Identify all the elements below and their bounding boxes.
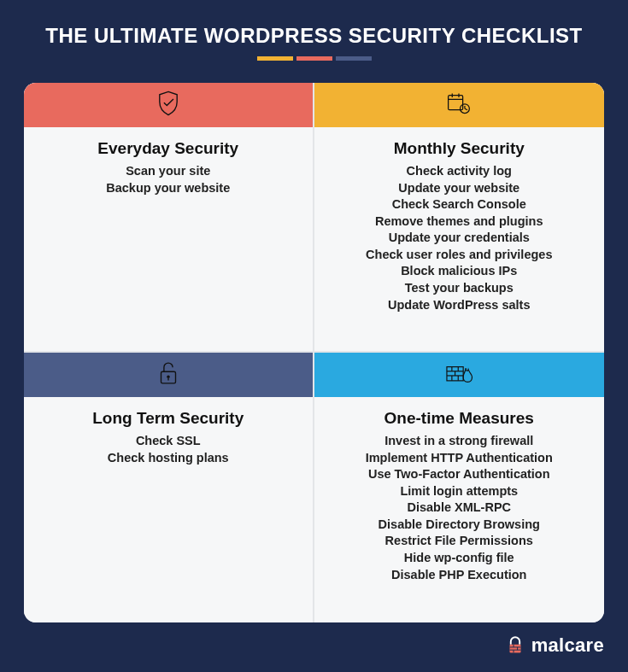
card-long-term-security: Long Term Security Check SSL Check hosti… <box>24 353 314 622</box>
card-header <box>314 353 605 397</box>
card-title: One-time Measures <box>325 409 595 428</box>
list-item: Invest in a strong firewall <box>325 433 595 450</box>
list-item: Disable PHP Execution <box>325 567 595 584</box>
list-item: Check SSL <box>34 433 302 450</box>
list-item: Update WordPress salts <box>325 297 595 314</box>
list-item: Disable XML-RPC <box>325 500 595 517</box>
unlock-icon <box>154 359 183 391</box>
card-monthly-security: Monthly Security Check activity log Upda… <box>314 83 605 353</box>
card-header <box>24 353 313 397</box>
card-everyday-security: Everyday Security Scan your site Backup … <box>24 83 314 353</box>
card-items: Check activity log Update your website C… <box>325 163 595 313</box>
card-one-time-measures: One-time Measures Invest in a strong fir… <box>314 353 605 622</box>
list-item: Check hosting plans <box>34 450 302 467</box>
card-items: Invest in a strong firewall Implement HT… <box>325 433 595 583</box>
list-item: Implement HTTP Authentication <box>325 450 595 467</box>
footer: malcare <box>24 634 604 657</box>
list-item: Test your backups <box>325 280 595 297</box>
card-title: Everyday Security <box>34 139 302 158</box>
list-item: Disable Directory Browsing <box>325 517 595 534</box>
firewall-icon <box>444 359 473 391</box>
list-item: Update your credentials <box>325 230 595 247</box>
svg-line-6 <box>465 108 467 110</box>
card-title: Long Term Security <box>34 409 302 428</box>
page-title: THE ULTIMATE WORDPRESS SECURITY CHECKLIS… <box>24 24 604 48</box>
shield-check-icon <box>154 89 183 121</box>
svg-point-8 <box>167 376 169 378</box>
brand-lock-icon <box>504 634 526 657</box>
list-item: Backup your website <box>34 180 302 197</box>
list-item: Check Search Console <box>325 196 595 213</box>
list-item: Check user roles and privileges <box>325 247 595 264</box>
list-item: Hide wp-config file <box>325 550 595 567</box>
list-item: Use Two-Factor Authentication <box>325 466 595 483</box>
card-header <box>24 83 313 127</box>
checklist-grid: Everyday Security Scan your site Backup … <box>24 83 604 622</box>
list-item: Scan your site <box>34 163 302 180</box>
card-items: Scan your site Backup your website <box>34 163 302 196</box>
calendar-clock-icon <box>444 89 473 121</box>
list-item: Remove themes and plugins <box>325 213 595 231</box>
card-items: Check SSL Check hosting plans <box>34 433 302 466</box>
brand-name: malcare <box>531 634 604 657</box>
card-title: Monthly Security <box>325 139 595 158</box>
svg-rect-18 <box>509 645 520 653</box>
list-item: Limit login attempts <box>325 483 595 500</box>
title-underline <box>24 56 604 61</box>
list-item: Update your website <box>325 180 595 197</box>
list-item: Check activity log <box>325 163 595 180</box>
card-header <box>314 83 605 127</box>
list-item: Restrict File Permissions <box>325 533 595 550</box>
list-item: Block malicious IPs <box>325 263 595 280</box>
